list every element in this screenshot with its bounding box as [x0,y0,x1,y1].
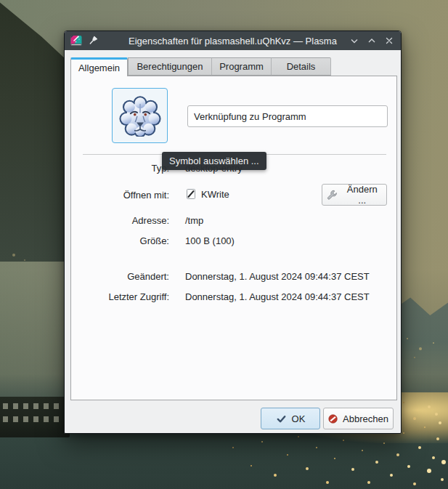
icon-tooltip: Symbol auswählen ... [162,152,266,170]
ok-button[interactable]: OK [261,408,320,429]
field-row-location: Adresse: /tmp [71,214,398,228]
accessed-value: Donnerstag, 1. August 2024 09:44:37 CEST [185,291,370,302]
accessed-label: Letzter Zugriff: [71,291,169,302]
maximize-button[interactable] [366,35,378,47]
file-name-input[interactable] [187,105,388,127]
modified-value: Donnerstag, 1. August 2024 09:44:37 CEST [185,271,370,282]
icon-select-button[interactable] [112,88,168,143]
wallpaper-ferry-boat [0,397,70,437]
tab-programm[interactable]: Programm [212,57,272,76]
field-row-modified: Geändert: Donnerstag, 1. August 2024 09:… [71,270,398,284]
change-app-label: Ändern ... [343,184,383,206]
modified-label: Geändert: [71,271,169,282]
ok-check-icon [276,413,287,424]
tab-berechtigungen[interactable]: Berechtigungen [128,57,212,76]
cancel-label: Abbrechen [343,413,388,424]
change-app-button[interactable]: Ändern ... [322,184,387,206]
ok-label: OK [292,413,306,424]
size-label: Größe: [71,235,169,246]
field-row-size: Größe: 100 B (100) [71,234,398,248]
boat-windows-upper [3,403,65,409]
open-with-label: Öffnen mit: [71,190,169,201]
desktop-wallpaper: Eigenschaften für plasmashell.uQhKvz — P… [0,0,448,489]
cancel-button[interactable]: Abbrechen [323,408,394,429]
titlebar[interactable]: Eigenschaften für plasmashell.uQhKvz — P… [65,31,401,50]
properties-dialog: Eigenschaften für plasmashell.uQhKvz — P… [64,31,402,434]
general-tab-page: Symbol auswählen ... Typ: desktop-entry … [70,76,397,400]
kwrite-icon [185,188,197,200]
tab-details[interactable]: Details [272,57,331,76]
field-row-accessed: Letzter Zugriff: Donnerstag, 1. August 2… [71,290,398,304]
type-label: Typ: [71,163,169,174]
location-label: Adresse: [71,215,169,226]
open-with-value: KWrite [201,189,229,200]
close-button[interactable] [383,35,395,47]
tab-bar: Allgemein Berechtigungen Programm Detail… [70,57,331,76]
desktop-file-lion-icon [119,94,161,137]
tab-allgemein[interactable]: Allgemein [70,57,128,76]
location-value: /tmp [185,215,203,226]
wrench-icon [327,190,338,201]
boat-windows-lower [3,416,65,422]
minimize-button[interactable] [349,35,360,47]
cancel-icon [328,413,338,424]
size-value: 100 B (100) [185,235,235,246]
